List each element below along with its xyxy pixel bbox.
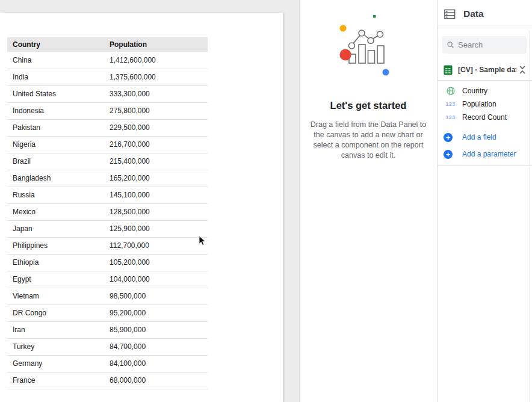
table-cell: 84,700,000 [104,338,208,355]
report-canvas-background: CountryPopulation China1,412,600,000Indi… [0,0,299,402]
data-panel-icon [444,9,456,19]
table-cell: 95,200,000 [104,305,208,321]
table-cell: Mexico [7,203,104,220]
field-label: Record Count [462,113,507,122]
table-cell: Iran [7,321,104,338]
table-row[interactable]: Russia145,100,000 [7,187,208,203]
table-row[interactable]: China1,412,600,000 [7,52,208,69]
field-country[interactable]: Country [438,84,532,97]
table-cell: Bangladesh [7,170,104,187]
field-label: Population [462,100,496,108]
field-population[interactable]: 123Population [438,97,532,111]
mouse-cursor [199,235,206,247]
numeric-123-icon: 123 [445,114,456,120]
search-input[interactable] [458,40,522,49]
action-label: Add a field [462,133,496,141]
table-cell: 229,500,000 [104,119,208,136]
table-row[interactable]: Brazil215,400,000 [7,153,208,170]
field-list: Country123Population123Record Count [438,81,532,124]
report-page[interactable]: CountryPopulation China1,412,600,000Indi… [0,13,283,402]
add-a-field-button[interactable]: +Add a field [438,129,532,146]
table-row[interactable]: Vietnam98,500,000 [7,288,208,305]
properties-panel: Let's get started Drag a field from the … [299,0,438,402]
table-row[interactable]: Germany84,100,000 [7,355,208,372]
table-cell: Turkey [7,338,104,355]
add-circle-icon: + [444,150,453,159]
report-table[interactable]: CountryPopulation China1,412,600,000Indi… [7,37,208,389]
field-record-count[interactable]: 123Record Count [438,111,532,124]
table-row[interactable]: Ethiopia105,200,000 [7,254,208,271]
data-panel-header: Data [438,0,532,28]
table-cell: 98,500,000 [104,288,208,305]
table-cell: Philippines [7,237,104,254]
table-row[interactable]: Philippines112,700,000 [7,237,208,254]
table-cell: United States [7,85,104,102]
table-cell: China [7,52,104,69]
numeric-123-icon: 123 [445,101,456,107]
divider [438,165,532,166]
table-cell: France [7,372,104,389]
data-panel-title: Data [463,8,484,19]
table-cell: Nigeria [7,136,104,153]
table-cell: 104,000,000 [104,271,208,288]
table-cell: 85,900,000 [104,321,208,338]
table-row[interactable]: Mexico128,500,000 [7,203,208,220]
table-cell: Ethiopia [7,254,104,271]
table-cell: 1,375,600,000 [104,69,208,85]
scrollbar-track[interactable] [529,30,530,402]
table-cell: Germany [7,355,104,372]
table-row[interactable]: Japan125,900,000 [7,220,208,237]
table-cell: 125,900,000 [104,220,208,237]
table-cell: 216,700,000 [104,136,208,153]
table-cell: 112,700,000 [104,237,208,254]
table-cell: Indonesia [7,102,104,119]
table-cell: Japan [7,220,104,237]
data-source-row[interactable]: [CV] - Sample data ... [438,63,532,77]
field-label: Country [462,87,487,95]
table-cell: Vietnam [7,288,104,305]
search-icon [447,41,454,49]
table-row[interactable]: Bangladesh165,200,000 [7,170,208,187]
table-row[interactable]: Egypt104,000,000 [7,271,208,288]
data-source-name: [CV] - Sample data ... [458,66,516,74]
table-cell: 333,300,000 [104,85,208,102]
table-cell: 215,400,000 [104,153,208,170]
data-panel: Data [CV] - Sample data ... Country123Po… [438,0,532,402]
table-cell: Pakistan [7,119,104,136]
empty-state-title: Let's get started [300,100,437,111]
add-a-parameter-button[interactable]: +Add a parameter [438,146,532,162]
spreadsheet-icon [444,65,453,75]
search-box[interactable] [442,36,527,54]
table-row[interactable]: France68,000,000 [7,372,208,389]
table-cell: 84,100,000 [104,355,208,372]
table-row[interactable]: Turkey84,700,000 [7,338,208,355]
table-cell: 1,412,600,000 [104,52,208,69]
column-header[interactable]: Country [7,37,104,52]
table-cell: 128,500,000 [104,203,208,220]
table-row[interactable]: United States333,300,000 [7,85,208,102]
table-cell: DR Congo [7,305,104,321]
column-header[interactable]: Population [104,37,208,52]
table-row[interactable]: Pakistan229,500,000 [7,119,208,136]
table-cell: Brazil [7,153,104,170]
add-circle-icon: + [444,133,453,142]
table-cell: Russia [7,187,104,203]
table-cell: 275,800,000 [104,102,208,119]
table-cell: India [7,69,104,85]
table-header-row: CountryPopulation [7,37,208,52]
empty-state-description: Drag a field from the Data Panel to the … [308,120,428,161]
table-row[interactable]: DR Congo95,200,000 [7,305,208,321]
globe-icon [445,87,456,95]
table-cell: Egypt [7,271,104,288]
table-cell: 68,000,000 [104,372,208,389]
table-row[interactable]: Indonesia275,800,000 [7,102,208,119]
collapse-icon[interactable] [519,66,526,74]
table-cell: 105,200,000 [104,254,208,271]
table-row[interactable]: India1,375,600,000 [7,69,208,85]
table-row[interactable]: Nigeria216,700,000 [7,136,208,153]
action-list: +Add a field+Add a parameter [438,129,532,162]
table-row[interactable]: Iran85,900,000 [7,321,208,338]
action-label: Add a parameter [462,150,516,158]
table-cell: 145,100,000 [104,187,208,203]
table-cell: 165,200,000 [104,170,208,187]
